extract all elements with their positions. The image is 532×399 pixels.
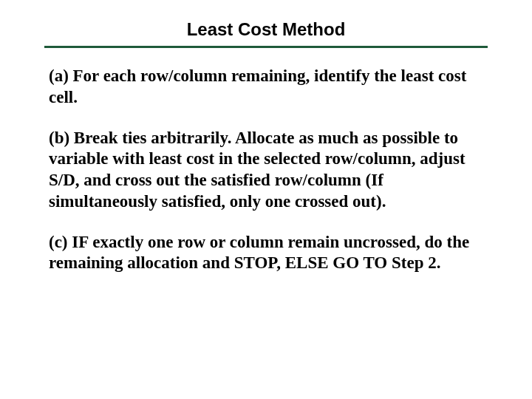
step-b: (b) Break ties arbitrarily. Allocate as …: [49, 128, 483, 213]
step-a: (a) For each row/column remaining, ident…: [49, 66, 483, 109]
slide-title: Least Cost Method: [44, 15, 488, 46]
step-c: (c) IF exactly one row or column remain …: [49, 232, 483, 275]
slide: Least Cost Method (a) For each row/colum…: [0, 0, 532, 399]
title-divider: [44, 46, 488, 48]
slide-body: (a) For each row/column remaining, ident…: [44, 66, 488, 274]
